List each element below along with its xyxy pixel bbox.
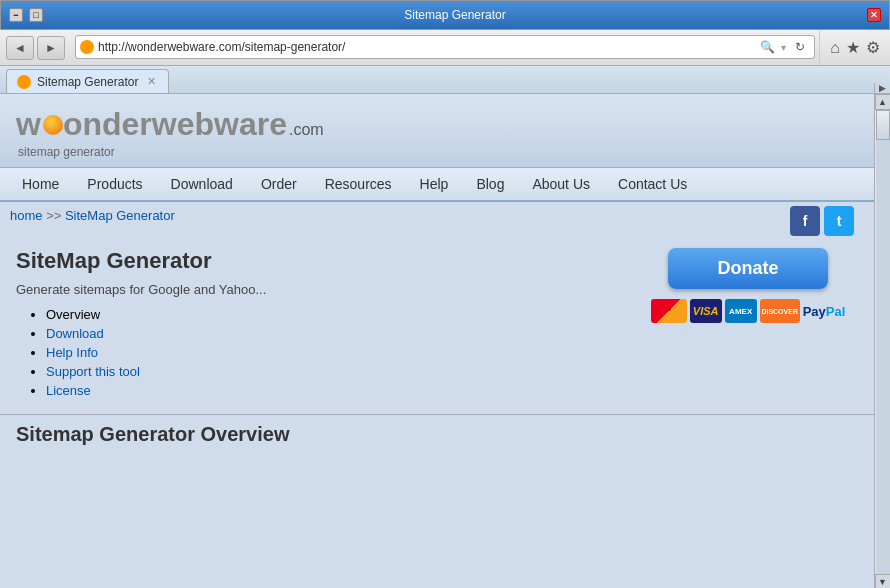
nav-products[interactable]: Products: [73, 168, 156, 200]
breadcrumb-current-link[interactable]: SiteMap Generator: [65, 208, 175, 223]
help-info-link[interactable]: Help Info: [46, 345, 98, 360]
logo-tagline: sitemap generator: [18, 145, 858, 159]
forward-button[interactable]: ►: [37, 36, 65, 60]
tab-favicon: [17, 75, 31, 89]
tab-scroll-right[interactable]: ▶: [874, 83, 890, 93]
list-item: Overview: [46, 307, 618, 322]
window-title: Sitemap Generator: [43, 8, 867, 22]
site-favicon: [80, 40, 94, 54]
mastercard-icon: [651, 299, 687, 323]
list-item: Support this tool: [46, 364, 618, 379]
amex-icon: AMEX: [725, 299, 757, 323]
site-wrapper: w onderwebware .com sitemap generator Ho…: [0, 94, 874, 588]
list-item: Download: [46, 326, 618, 341]
main-content: SiteMap Generator Generate sitemaps for …: [0, 240, 874, 410]
page-description: Generate sitemaps for Google and Yahoo..…: [16, 282, 618, 297]
minimize-button[interactable]: −: [9, 8, 23, 22]
logo-orange-dot: [43, 115, 63, 135]
bullet-list: Overview Download Help Info Support this…: [16, 307, 618, 398]
title-bar: − □ Sitemap Generator ✕: [1, 1, 889, 29]
list-item: License: [46, 383, 618, 398]
nav-about[interactable]: About Us: [518, 168, 604, 200]
site-nav: Home Products Download Order Resources H…: [0, 168, 874, 202]
support-link[interactable]: Support this tool: [46, 364, 140, 379]
paypal-icon: PayPal: [803, 304, 846, 319]
scroll-up-button[interactable]: ▲: [875, 94, 891, 110]
site-header: w onderwebware .com sitemap generator: [0, 94, 874, 168]
tab-bar: Sitemap Generator ✕ ▶: [0, 66, 890, 94]
section2-title: Sitemap Generator Overview: [0, 414, 874, 450]
facebook-button[interactable]: f: [790, 206, 820, 236]
nav-resources[interactable]: Resources: [311, 168, 406, 200]
content-left: SiteMap Generator Generate sitemaps for …: [16, 248, 618, 402]
nav-contact[interactable]: Contact Us: [604, 168, 701, 200]
logo-w-letter: w: [16, 106, 41, 143]
list-item: Help Info: [46, 345, 618, 360]
twitter-button[interactable]: t: [824, 206, 854, 236]
nav-home[interactable]: Home: [8, 168, 73, 200]
page-content: w onderwebware .com sitemap generator Ho…: [0, 94, 874, 588]
social-bar: f t: [770, 202, 874, 240]
home-button[interactable]: ⌂: [830, 39, 840, 57]
active-tab[interactable]: Sitemap Generator ✕: [6, 69, 169, 93]
download-link[interactable]: Download: [46, 326, 104, 341]
refresh-button[interactable]: ↻: [790, 37, 810, 57]
scroll-thumb[interactable]: [876, 110, 890, 140]
logo-com: .com: [289, 121, 324, 139]
site-logo: w onderwebware .com: [16, 106, 858, 143]
nav-download[interactable]: Download: [157, 168, 247, 200]
favorites-button[interactable]: ★: [846, 38, 860, 57]
donate-button[interactable]: Donate: [668, 248, 828, 289]
content-right: Donate VISA AMEX DISCOVER PayPal: [638, 248, 858, 402]
settings-button[interactable]: ⚙: [866, 38, 880, 57]
breadcrumb: home >> SiteMap Generator: [0, 202, 185, 229]
address-input[interactable]: [98, 40, 753, 54]
payment-icons: VISA AMEX DISCOVER PayPal: [651, 299, 846, 323]
maximize-button[interactable]: □: [29, 8, 43, 22]
item-overview: Overview: [46, 307, 100, 322]
scroll-track: [876, 110, 890, 574]
nav-order[interactable]: Order: [247, 168, 311, 200]
tab-close-button[interactable]: ✕: [144, 75, 158, 89]
page-title: SiteMap Generator: [16, 248, 618, 274]
scroll-container: w onderwebware .com sitemap generator Ho…: [0, 94, 890, 588]
discover-icon: DISCOVER: [760, 299, 800, 323]
nav-blog[interactable]: Blog: [462, 168, 518, 200]
license-link[interactable]: License: [46, 383, 91, 398]
breadcrumb-home-link[interactable]: home: [10, 208, 43, 223]
back-button[interactable]: ◄: [6, 36, 34, 60]
visa-icon: VISA: [690, 299, 722, 323]
search-button[interactable]: 🔍: [757, 37, 777, 57]
scrollbar[interactable]: ▲ ▼: [874, 94, 890, 588]
close-button[interactable]: ✕: [867, 8, 881, 22]
scroll-down-button[interactable]: ▼: [875, 574, 891, 588]
nav-help[interactable]: Help: [406, 168, 463, 200]
breadcrumb-separator: >>: [46, 208, 65, 223]
logo-main-text: onderwebware: [63, 106, 287, 143]
tab-title: Sitemap Generator: [37, 75, 138, 89]
